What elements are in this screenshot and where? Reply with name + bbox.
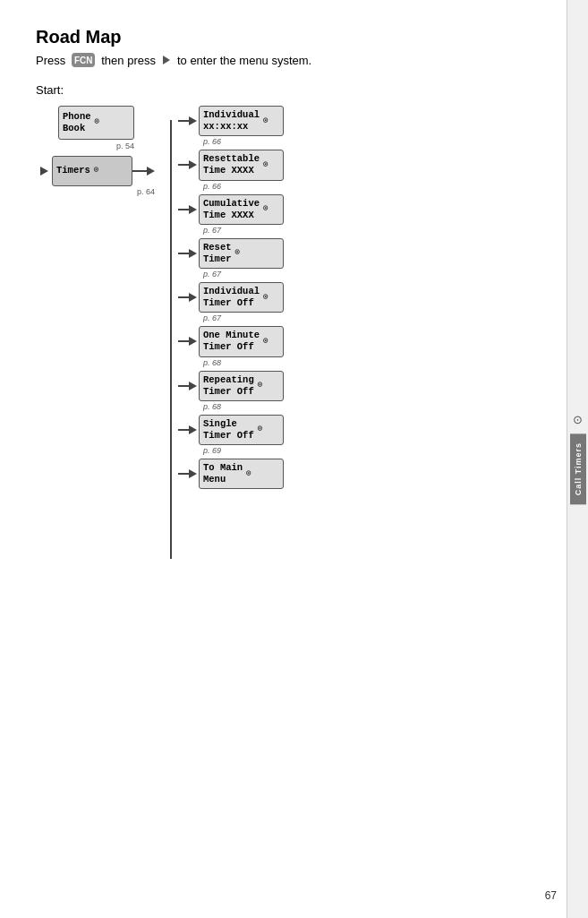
branch-line-0: [178, 120, 189, 122]
sidebar-clock-icon: ⊙: [573, 413, 583, 426]
trunk-line: [170, 120, 172, 559]
branch-line-2: [178, 209, 189, 210]
box-resettable[interactable]: Resettable Time XXXX ⊙: [199, 150, 284, 180]
individual-timer-pageref: p. 66: [203, 137, 284, 146]
branch-arrow-0: [189, 116, 197, 125]
timers-box[interactable]: Timers ⊙: [52, 156, 132, 186]
branch-arrow-2: [189, 205, 197, 214]
box-reset-timer[interactable]: Reset Timer ⊙: [199, 238, 284, 269]
right-item-cumulative: Cumulative Time XXXX ⊙ p. 67: [178, 194, 284, 236]
cumulative-label: Cumulative Time XXXX: [203, 198, 260, 221]
timers-wrapper: Timers ⊙ p. 64: [40, 156, 155, 202]
sidebar-tab-label: Call Timers: [570, 433, 586, 504]
timers-row: Timers ⊙: [40, 156, 155, 186]
box-individual-off[interactable]: Individual Timer Off ⊙: [199, 282, 284, 313]
individual-off-pageref: p. 67: [203, 313, 284, 322]
branch-line-3: [178, 253, 189, 254]
individual-timer-label: Individual xx:xx:xx: [203, 109, 260, 133]
start-label: Start:: [36, 83, 552, 97]
page-number: 67: [545, 889, 557, 902]
right-sidebar: ⊙ Call Timers: [567, 0, 588, 918]
box-one-minute[interactable]: One Minute Timer Off ⊙: [199, 326, 284, 356]
play-icon: [163, 56, 170, 64]
right-item-single: Single Timer Off ⊙ p. 69: [178, 415, 284, 457]
reset-timer-icon: ⊙: [235, 248, 240, 258]
branch-line-4: [178, 296, 189, 298]
repeating-label: Repeating Timer Off: [203, 374, 254, 398]
right-item-main-menu: To Main Menu ⊙: [178, 459, 284, 489]
right-column: Individual xx:xx:xx ⊙ p. 66 Resettab: [164, 106, 284, 559]
branch-line-1: [178, 164, 189, 166]
phonebook-icon: ⊙: [95, 117, 99, 127]
one-minute-label: One Minute Timer Off: [203, 330, 260, 353]
box-single[interactable]: Single Timer Off ⊙: [199, 415, 284, 445]
timers-arrow: [40, 167, 48, 176]
cumulative-icon: ⊙: [263, 204, 268, 214]
then-text: then press: [101, 54, 156, 67]
right-item-reset-timer: Reset Timer ⊙ p. 67: [178, 238, 284, 280]
timers-pageref: p. 64: [53, 187, 155, 196]
fcn-button-label: FCN: [72, 53, 95, 67]
right-item-one-minute: One Minute Timer Off ⊙ p. 68: [178, 326, 284, 368]
press-text: Press: [36, 54, 65, 67]
box-individual-timer[interactable]: Individual xx:xx:xx ⊙: [199, 106, 284, 136]
reset-timer-pageref: p. 67: [203, 270, 284, 279]
timers-icon: ⊙: [94, 166, 98, 176]
branch-arrow-7: [189, 425, 197, 434]
resettable-icon: ⊙: [263, 160, 268, 170]
trunk: [164, 120, 178, 559]
intro-text: Press FCN then press to enter the menu s…: [36, 53, 552, 67]
branch-arrow-6: [189, 382, 197, 390]
individual-timer-icon: ⊙: [263, 116, 268, 126]
branch-arrow-5: [189, 337, 197, 346]
branch-line-8: [178, 473, 189, 475]
phonebook-box[interactable]: Phone Book ⊙: [58, 106, 134, 140]
right-tree: Individual xx:xx:xx ⊙ p. 66 Resettab: [164, 106, 284, 559]
diagram: Phone Book ⊙ p. 54 Timers ⊙: [40, 106, 552, 559]
repeating-pageref: p. 68: [203, 402, 284, 411]
branch-arrow-1: [189, 160, 197, 169]
one-minute-icon: ⊙: [263, 337, 268, 347]
phonebook-pageref: p. 54: [58, 142, 134, 150]
branch-line-6: [178, 385, 189, 387]
phonebook-wrapper: Phone Book ⊙ p. 54: [58, 106, 134, 156]
branch-arrow-8: [189, 469, 197, 478]
reset-timer-label: Reset Timer: [203, 242, 232, 265]
branch-arrow-4: [189, 293, 197, 302]
branch-line-5: [178, 340, 189, 342]
main-menu-label: To Main Menu: [203, 462, 243, 485]
resettable-label: Resettable Time XXXX: [203, 153, 260, 176]
branch-items: Individual xx:xx:xx ⊙ p. 66 Resettab: [178, 106, 284, 559]
box-main-menu[interactable]: To Main Menu ⊙: [199, 459, 284, 489]
single-label: Single Timer Off: [203, 418, 254, 442]
main-menu-icon: ⊙: [246, 469, 251, 479]
end-text: to enter the menu system.: [177, 54, 311, 67]
branch-line-7: [178, 429, 189, 431]
cumulative-pageref: p. 67: [203, 226, 284, 235]
left-column: Phone Book ⊙ p. 54 Timers ⊙: [40, 106, 157, 559]
individual-off-icon: ⊙: [263, 293, 268, 303]
resettable-pageref: p. 66: [203, 182, 284, 191]
page-title: Road Map: [36, 27, 552, 47]
individual-off-label: Individual Timer Off: [203, 286, 260, 309]
one-minute-pageref: p. 68: [203, 358, 284, 367]
box-repeating[interactable]: Repeating Timer Off ⊙: [199, 371, 284, 401]
right-item-individual-timer: Individual xx:xx:xx ⊙ p. 66: [178, 106, 284, 148]
single-icon: ⊙: [258, 425, 262, 434]
h-line: [132, 170, 147, 172]
h-connector: [132, 167, 155, 176]
branch-arrow-3: [189, 249, 197, 258]
box-cumulative[interactable]: Cumulative Time XXXX ⊙: [199, 194, 284, 225]
repeating-icon: ⊙: [258, 381, 262, 390]
right-item-individual-off: Individual Timer Off ⊙ p. 67: [178, 282, 284, 324]
timers-label: Timers: [56, 165, 90, 176]
single-pageref: p. 69: [203, 446, 284, 455]
right-item-resettable: Resettable Time XXXX ⊙ p. 66: [178, 150, 284, 192]
phonebook-label: Phone Book: [63, 111, 91, 134]
h-arrow: [147, 167, 155, 176]
right-item-repeating: Repeating Timer Off ⊙ p. 68: [178, 371, 284, 413]
